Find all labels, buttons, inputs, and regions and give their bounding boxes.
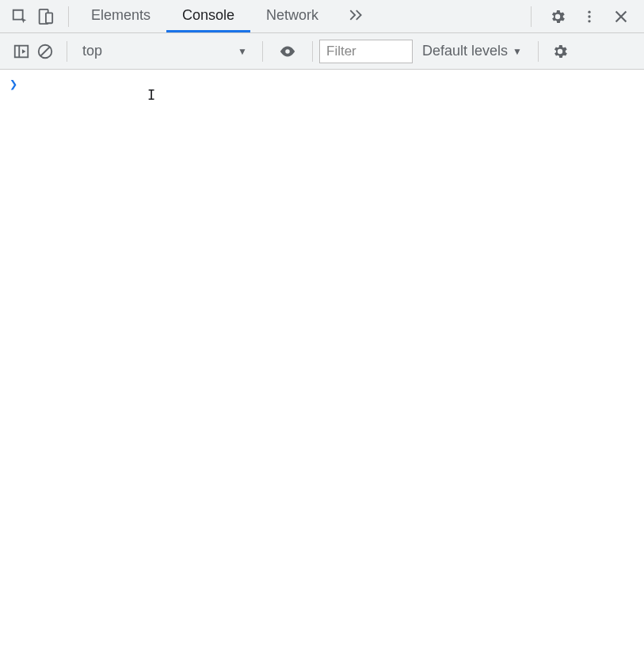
- gear-icon[interactable]: [549, 8, 566, 25]
- separator: [262, 41, 263, 62]
- console-toolbar: top ▼ Default levels ▼: [0, 33, 644, 70]
- tab-console[interactable]: Console: [166, 0, 250, 32]
- close-icon[interactable]: [612, 8, 630, 25]
- log-levels-selector[interactable]: Default levels ▼: [413, 43, 532, 59]
- prompt-chevron-icon: ❯: [10, 76, 17, 92]
- chevron-double-right-icon: [347, 6, 364, 24]
- context-selected-label: top: [82, 43, 102, 59]
- separator: [531, 6, 532, 27]
- live-expression-eye-icon[interactable]: [279, 43, 296, 60]
- main-tools-right: [538, 8, 641, 25]
- svg-rect-1: [46, 13, 52, 23]
- console-output[interactable]: ❯ I: [0, 70, 644, 661]
- svg-line-8: [41, 47, 50, 55]
- inspect-tools: [3, 8, 62, 25]
- separator: [312, 41, 313, 62]
- context-selector[interactable]: top ▼: [74, 40, 256, 63]
- separator: [538, 41, 539, 62]
- sidebar-toggle-icon[interactable]: [13, 43, 30, 60]
- chevron-down-icon: ▼: [238, 46, 247, 57]
- console-prompt[interactable]: ❯: [10, 76, 634, 92]
- svg-point-2: [588, 10, 590, 13]
- tab-elements[interactable]: Elements: [75, 0, 166, 32]
- inspect-element-icon[interactable]: [11, 8, 29, 25]
- svg-point-9: [285, 49, 290, 54]
- devtools-tabbar: Elements Console Network: [0, 0, 644, 33]
- log-levels-label: Default levels: [422, 43, 508, 59]
- tab-label: Elements: [91, 7, 151, 24]
- svg-point-3: [588, 15, 590, 17]
- svg-point-4: [588, 20, 590, 22]
- device-toggle-icon[interactable]: [36, 8, 54, 25]
- chevron-down-icon: ▼: [513, 46, 522, 57]
- gear-icon[interactable]: [551, 43, 569, 60]
- tab-label: Network: [266, 7, 318, 24]
- kebab-menu-icon[interactable]: [581, 8, 598, 25]
- tab-network[interactable]: Network: [250, 0, 334, 32]
- tab-more[interactable]: [334, 0, 377, 32]
- svg-rect-5: [15, 45, 29, 57]
- tabs-row: Elements Console Network: [75, 0, 377, 32]
- filter-input[interactable]: [319, 40, 413, 63]
- separator: [68, 6, 69, 27]
- text-caret-icon: I: [147, 87, 155, 103]
- tab-label: Console: [182, 7, 234, 24]
- separator: [67, 41, 67, 62]
- clear-console-icon[interactable]: [36, 43, 54, 60]
